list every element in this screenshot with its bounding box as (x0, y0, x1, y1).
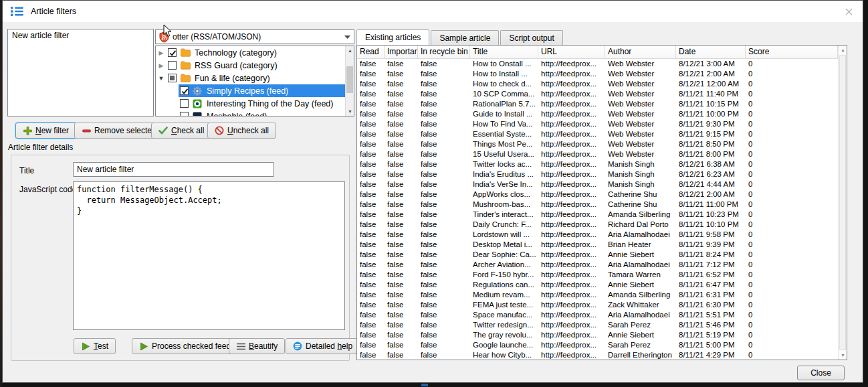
table-row[interactable]: falsefalsefalseArcher Aviation...http://… (357, 260, 838, 270)
tree-item-rss-guard-category-[interactable]: ▶RSS Guard (category) (156, 59, 345, 72)
checkbox-checked[interactable] (180, 86, 189, 95)
table-row[interactable]: falsefalsefalseDear Sophie: Ca...http://… (357, 250, 838, 260)
table-row[interactable]: falsefalsefalseTinder's interact...http:… (357, 210, 838, 220)
scrollbar-thumb[interactable] (346, 66, 353, 93)
column-header-url[interactable]: URL (538, 46, 605, 58)
detailed-help-button[interactable]: Detailed help (286, 338, 360, 354)
expander-right-icon[interactable]: ▶ (156, 50, 167, 56)
cell-title: Twitter redesign... (470, 320, 538, 330)
remove-selected-button[interactable]: Remove selected (74, 123, 164, 139)
column-header-title[interactable]: Title (470, 46, 538, 58)
table-row[interactable]: falsefalsefalseSpace manufac...http://fe… (357, 310, 838, 320)
lines-icon (236, 341, 245, 351)
table-scrollbar[interactable]: ▲ ▼ (838, 46, 847, 360)
table-row[interactable]: falsefalsefalseMedium revam...http://fee… (357, 290, 838, 300)
tree-item-body[interactable]: Fun & life (category) (167, 72, 345, 84)
uncheck-all-button[interactable]: Uncheck all (207, 123, 276, 139)
table-row[interactable]: falsefalsefalseFEMA just teste...http://… (357, 300, 838, 310)
tree-item-technology-category-[interactable]: ▶Technology (category) (156, 46, 345, 59)
column-header-read[interactable]: Read (357, 46, 385, 58)
tree-item-simply-recipes-feed-[interactable]: Simply Recipes (feed) (156, 84, 345, 97)
scrollbar-thumb[interactable] (839, 55, 846, 350)
process-checked-feeds-button[interactable]: Process checked feeds (132, 338, 242, 354)
checkbox-unchecked[interactable] (180, 112, 189, 116)
process-checked-feeds-label: Process checked feeds (152, 341, 235, 351)
table-row[interactable]: falsefalsefalseIndia's VerSe In...http:/… (357, 179, 838, 189)
table-row[interactable]: falsefalsefalseThings Most Pe...http://f… (357, 139, 838, 149)
close-button[interactable]: Close (797, 366, 845, 380)
expander-right-icon[interactable]: ▶ (156, 62, 167, 69)
expander-down-icon[interactable]: ▼ (156, 75, 167, 82)
cell-in-recycle-bin: false (418, 119, 470, 129)
cell-author: Catherine Shu (605, 200, 676, 210)
table-row[interactable]: falsefalsefalseThe gray revolu...http://… (357, 330, 838, 340)
cell-author: Manish Singh (605, 159, 676, 169)
table-row[interactable]: falsefalsefalseDesktop Metal i...http://… (357, 240, 838, 250)
column-header-score[interactable]: Score (746, 46, 838, 58)
beautify-button[interactable]: Beautify (229, 338, 285, 354)
cell-in-recycle-bin: false (418, 139, 470, 149)
cell-date: 8/12/21 2:00 AM (676, 69, 746, 79)
table-row[interactable]: falsefalsefalseLordstown will ...http://… (357, 230, 838, 240)
tree-item-interesting-thing-of-the-day-feed-[interactable]: Interesting Thing of the Day (feed) (156, 97, 345, 110)
column-header-important[interactable]: Important (385, 46, 418, 58)
tree-item-fun-life-category-[interactable]: ▼Fun & life (category) (156, 72, 345, 84)
table-row[interactable]: falsefalsefalseFord F-150 hybr...http://… (357, 270, 838, 280)
table-row[interactable]: falsefalsefalseHow to Install ...http://… (357, 69, 838, 79)
filter-list-item[interactable]: New article filter (8, 29, 153, 42)
table-row[interactable]: falsefalsefalseGoogle launche...http://f… (357, 340, 838, 350)
table-row[interactable]: falsefalsefalseIndia's Eruditus ...http:… (357, 169, 838, 179)
tree-item-body[interactable]: Simply Recipes (feed) (179, 84, 345, 97)
table-row[interactable]: falsefalsefalse10 SCP Comma...http://fee… (357, 89, 838, 99)
checkbox-checked[interactable] (168, 48, 177, 57)
cell-important: false (385, 320, 418, 330)
feeds-tree-scrollbar[interactable]: ▲ ▼ (345, 46, 354, 116)
tree-item-label: Fun & life (category) (195, 74, 270, 83)
tree-item-body[interactable]: mMashable (feed) (179, 110, 345, 116)
scroll-up-icon[interactable]: ▲ (346, 46, 354, 55)
table-row[interactable]: falsefalsefalseDaily Crunch: F...http://… (357, 220, 838, 230)
table-row[interactable]: falsefalsefalse15 Useful Usera...http://… (357, 149, 838, 159)
checkbox-unchecked[interactable] (168, 61, 177, 70)
close-icon[interactable] (843, 5, 855, 17)
table-row[interactable]: falsefalsefalseTwitter redesign...http:/… (357, 320, 838, 330)
new-filter-button[interactable]: New filter (15, 123, 76, 139)
table-row[interactable]: falsefalsefalseMushroom-bas...http://fee… (357, 200, 838, 210)
table-row[interactable]: falsefalsefalseHear how Cityb...http://f… (357, 350, 838, 360)
account-selector[interactable]: otter (RSS/ATOM/JSON) (155, 29, 354, 44)
javascript-code-editor[interactable]: function filterMessage() { return Messag… (73, 181, 345, 330)
checkbox-unchecked[interactable] (180, 99, 189, 108)
table-row[interactable]: falsefalsefalseRegulations can...http://… (357, 280, 838, 290)
table-row[interactable]: falsefalsefalseAppWorks clos...http://fe… (357, 189, 838, 200)
checkbox-partial[interactable] (168, 74, 177, 82)
table-row[interactable]: falsefalsefalseHow To Find Va...http://f… (357, 119, 838, 129)
tree-item-mashable-feed-[interactable]: mMashable (feed) (156, 110, 345, 116)
check-all-button[interactable]: Check all (151, 123, 211, 139)
cell-url: http://feedprox... (538, 169, 605, 179)
table-row[interactable]: falsefalsefalseTwitter locks ac...http:/… (357, 159, 838, 169)
scroll-up-icon[interactable]: ▲ (839, 46, 847, 54)
column-header-in-recycle-bin[interactable]: In recycle bin (418, 46, 470, 58)
cell-author: Aria Alamalhodaei (605, 230, 676, 240)
scroll-down-icon[interactable]: ▼ (346, 107, 354, 116)
tab-sample-article[interactable]: Sample article (431, 30, 499, 45)
table-row[interactable]: falsefalsefalseHow to Onstall ...http://… (357, 59, 838, 69)
title-input[interactable] (73, 162, 274, 177)
detailed-help-label: Detailed help (306, 341, 352, 351)
folder-icon (181, 61, 191, 70)
scroll-down-icon[interactable]: ▼ (839, 351, 847, 360)
tab-existing-articles[interactable]: Existing articles (356, 29, 429, 45)
column-header-author[interactable]: Author (605, 46, 676, 58)
filters-list[interactable]: New article filter (7, 29, 154, 117)
tree-item-body[interactable]: RSS Guard (category) (167, 59, 345, 72)
table-row[interactable]: falsefalsefalseEssential Syste...http://… (357, 129, 838, 139)
tree-item-body[interactable]: Technology (category) (167, 46, 345, 59)
tab-script-output[interactable]: Script output (500, 30, 562, 45)
table-row[interactable]: falsefalsefalseRationalPlan 5.7...http:/… (357, 99, 838, 109)
cell-read: false (357, 59, 385, 69)
table-row[interactable]: falsefalsefalseHow to check d...http://f… (357, 79, 838, 89)
table-row[interactable]: falsefalsefalseGuide to Install ...http:… (357, 109, 838, 119)
tree-item-body[interactable]: Interesting Thing of the Day (feed) (179, 97, 345, 110)
column-header-date[interactable]: Date (676, 46, 746, 58)
test-button[interactable]: Test (74, 338, 116, 354)
